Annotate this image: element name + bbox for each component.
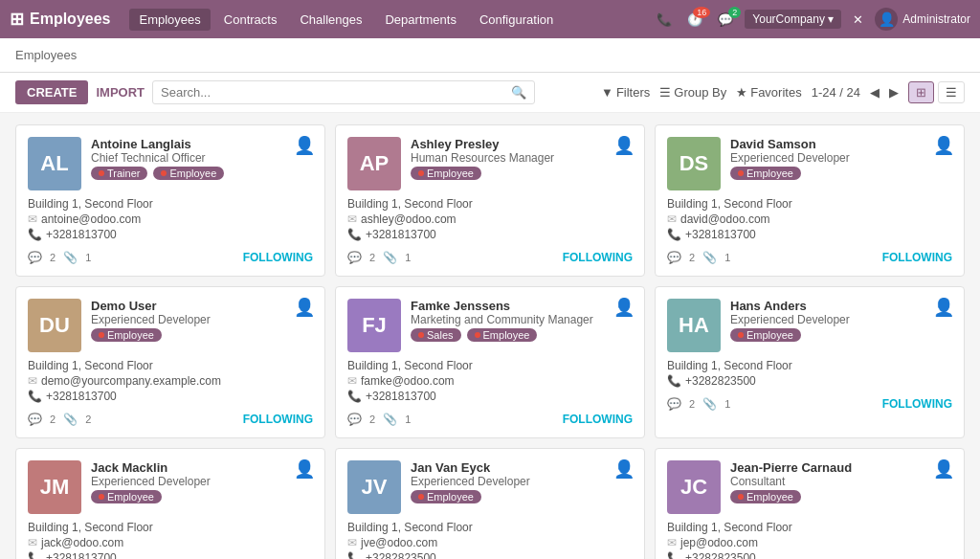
- following-button[interactable]: FOLLOWING: [882, 251, 952, 264]
- phone-row: 📞 +3281813700: [347, 228, 633, 241]
- card-details: Building 1, Second Floor ✉ jve@odoo.com …: [347, 521, 633, 559]
- card-details: Building 1, Second Floor ✉ jack@odoo.com…: [28, 521, 313, 559]
- email-row: ✉ jve@odoo.com: [347, 536, 633, 549]
- import-button[interactable]: IMPORT: [96, 85, 145, 100]
- employee-card[interactable]: 👤 AP Ashley Presley Human Resources Mana…: [335, 124, 645, 277]
- card-header: JC Jean-Pierre Carnaud Consultant Employ…: [667, 460, 952, 514]
- employee-photo: AL: [28, 137, 81, 190]
- phone-row: 📞 +3281813700: [667, 228, 952, 241]
- avatar-initials: AL: [40, 151, 68, 176]
- person-icon: 👤: [613, 458, 635, 480]
- employee-card[interactable]: 👤 FJ Famke Jenssens Marketing and Commun…: [335, 286, 645, 438]
- card-header: HA Hans Anders Experienced Developer Emp…: [667, 299, 952, 352]
- card-details: Building 1, Second Floor ✉ famke@odoo.co…: [347, 359, 633, 405]
- employee-location: Building 1, Second Floor: [667, 197, 952, 211]
- grid-view-button[interactable]: ⊞: [908, 81, 934, 103]
- email-icon: ✉: [28, 212, 37, 226]
- employee-photo: HA: [667, 299, 721, 352]
- employee-photo: DS: [667, 137, 721, 190]
- email-icon: ✉: [667, 212, 677, 226]
- menu-contracts[interactable]: Contracts: [214, 9, 287, 31]
- user-menu[interactable]: 👤 Administrator: [875, 8, 970, 31]
- email-icon: ✉: [347, 212, 357, 226]
- employee-card[interactable]: 👤 HA Hans Anders Experienced Developer E…: [655, 286, 965, 438]
- phone-icon: 📞: [28, 228, 42, 241]
- employee-tag: Trainer: [91, 167, 147, 180]
- list-view-button[interactable]: ☰: [938, 81, 965, 103]
- phone-icon[interactable]: 📞: [653, 9, 676, 31]
- avatar-initials: DU: [39, 313, 70, 338]
- employee-name: Demo User: [91, 299, 313, 313]
- employee-card[interactable]: 👤 JV Jan Van Eyck Experienced Developer …: [335, 448, 645, 559]
- search-icon[interactable]: 🔍: [511, 85, 526, 100]
- following-button[interactable]: FOLLOWING: [882, 397, 952, 411]
- grid-icon[interactable]: ⊞: [10, 9, 24, 30]
- menu-departments[interactable]: Departments: [375, 9, 465, 31]
- employee-phone: +3282823500: [685, 374, 756, 388]
- employee-email: david@odoo.com: [680, 212, 770, 226]
- avatar-initials: JC: [680, 475, 707, 500]
- next-page-button[interactable]: ▶: [889, 85, 899, 100]
- employee-title: Marketing and Community Manager: [411, 313, 633, 326]
- company-selector[interactable]: YourCompany ▾: [745, 10, 841, 29]
- attachment-count: 1: [85, 252, 91, 263]
- favorites-button[interactable]: ★ Favorites: [736, 85, 801, 100]
- employee-card[interactable]: 👤 AL Antoine Langlais Chief Technical Of…: [15, 124, 325, 277]
- notification-icon-1[interactable]: 🕐16: [683, 9, 706, 31]
- message-count: 2: [369, 252, 375, 263]
- message-count: 2: [369, 414, 375, 425]
- email-row: ✉ jack@odoo.com: [28, 536, 313, 549]
- employee-location: Building 1, Second Floor: [28, 197, 313, 211]
- close-icon[interactable]: ✕: [849, 9, 867, 31]
- employee-email: demo@yourcompany.example.com: [41, 374, 221, 388]
- employee-phone: +3281813700: [685, 228, 756, 241]
- message-icon: 💬: [28, 251, 42, 264]
- employee-phone: +3281813700: [366, 390, 436, 403]
- person-icon: 👤: [933, 135, 954, 156]
- notif-badge-2: 2: [728, 7, 741, 18]
- employee-card[interactable]: 👤 DU Demo User Experienced Developer Emp…: [15, 286, 325, 438]
- tags-row: Employee: [730, 490, 952, 503]
- phone-icon: 📞: [28, 551, 42, 559]
- avatar-initials: DS: [679, 151, 709, 176]
- menu-employees[interactable]: Employees: [129, 9, 210, 31]
- page-title: Employees: [15, 48, 77, 62]
- employee-card[interactable]: 👤 JM Jack Macklin Experienced Developer …: [15, 448, 325, 559]
- following-button[interactable]: FOLLOWING: [243, 251, 313, 264]
- phone-icon: 📞: [347, 228, 362, 241]
- create-button[interactable]: CREATE: [15, 80, 88, 104]
- email-icon: ✉: [28, 536, 37, 549]
- groupby-button[interactable]: ☰ Group By: [659, 85, 726, 100]
- card-details: Building 1, Second Floor ✉ ashley@odoo.c…: [347, 197, 633, 243]
- employee-name: Ashley Presley: [411, 137, 633, 151]
- phone-row: 📞 +3282823500: [667, 551, 952, 559]
- menu-challenges[interactable]: Challenges: [290, 9, 371, 31]
- attachment-count: 2: [85, 414, 91, 425]
- employee-card[interactable]: 👤 DS David Samson Experienced Developer …: [655, 124, 965, 277]
- employee-photo: JV: [347, 460, 401, 514]
- view-toggle: ⊞ ☰: [908, 81, 965, 103]
- person-icon: 👤: [613, 135, 635, 156]
- employee-photo: DU: [28, 299, 81, 352]
- employee-title: Consultant: [730, 475, 952, 488]
- app-logo[interactable]: ⊞ Employees: [10, 9, 110, 30]
- following-button[interactable]: FOLLOWING: [563, 413, 633, 426]
- employee-photo: JM: [28, 460, 81, 514]
- employee-card[interactable]: 👤 JC Jean-Pierre Carnaud Consultant Empl…: [655, 448, 965, 559]
- employee-location: Building 1, Second Floor: [667, 359, 952, 372]
- search-input[interactable]: [161, 85, 511, 100]
- following-button[interactable]: FOLLOWING: [563, 251, 633, 264]
- employee-phone: +3281813700: [366, 228, 436, 241]
- avatar-initials: JV: [362, 475, 388, 500]
- person-icon: 👤: [294, 458, 315, 480]
- filters-button[interactable]: ▼ Filters: [601, 85, 650, 100]
- employee-info: Demo User Experienced Developer Employee: [91, 299, 313, 342]
- menu-configuration[interactable]: Configuration: [470, 9, 563, 31]
- employee-phone: +3281813700: [46, 390, 117, 403]
- employee-location: Building 1, Second Floor: [347, 359, 633, 372]
- prev-page-button[interactable]: ◀: [870, 85, 880, 100]
- notification-icon-2[interactable]: 💬2: [714, 9, 737, 31]
- following-button[interactable]: FOLLOWING: [243, 413, 313, 426]
- search-bar[interactable]: 🔍: [152, 80, 535, 104]
- email-icon: ✉: [667, 536, 677, 549]
